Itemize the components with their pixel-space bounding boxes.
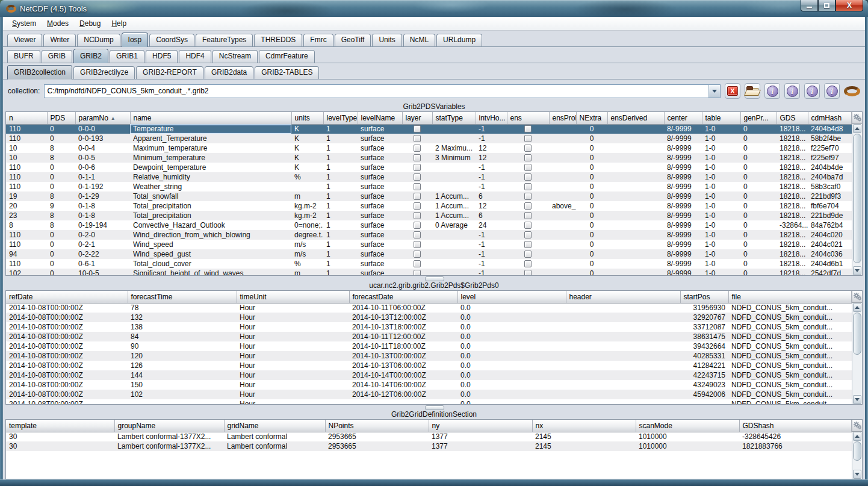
menu-item-debug[interactable]: Debug — [74, 17, 106, 30]
column-header-gds[interactable]: GDS — [777, 112, 808, 124]
column-header-layer[interactable]: layer — [402, 112, 432, 124]
table-row[interactable]: 2380-1-8Total_precipitationkg.m-21surfac… — [6, 211, 852, 220]
table-row[interactable]: 11000-0-6Dewpoint_temperatureK1surface-1… — [6, 163, 852, 172]
column-header-header[interactable]: header — [566, 291, 680, 303]
column-header-cdmhash[interactable]: cdmHash — [808, 112, 852, 124]
column-header-gdshash[interactable]: GDShash — [739, 420, 852, 432]
column-header-level[interactable]: level — [457, 291, 566, 303]
tab-viewer[interactable]: Viewer — [7, 34, 42, 46]
checkbox[interactable] — [524, 135, 532, 142]
column-header-n[interactable]: n — [6, 112, 47, 124]
tab-cdmrfeature[interactable]: CdmrFeature — [259, 50, 315, 63]
table-row[interactable]: 2014-10-08T00:00:00Z90Hour2014-10-11T18:… — [6, 341, 852, 351]
table-row[interactable]: 2014-10-08T00:00:00Z120Hour2014-10-13T00… — [6, 351, 852, 361]
tab-grib[interactable]: GRIB — [42, 50, 72, 63]
tab-grib2-tables[interactable]: GRIB2-TABLES — [255, 66, 319, 79]
column-header-scanmode[interactable]: scanMode — [636, 420, 739, 432]
title-bar[interactable]: NetCDF (4.5) Tools X — [0, 0, 868, 17]
tab-urldump[interactable]: URLdump — [436, 34, 482, 46]
column-header-name[interactable]: name — [130, 112, 291, 124]
checkbox[interactable] — [524, 202, 532, 210]
checkbox[interactable] — [524, 193, 532, 200]
table-row[interactable]: 11000-0-193Apparent_TemperatureK1surface… — [6, 134, 852, 143]
table-row[interactable]: 30Lambert conformal-1377X2...Lambert con… — [6, 432, 852, 441]
info-button-2[interactable]: i — [784, 83, 800, 99]
checkbox[interactable] — [524, 251, 532, 258]
table-row[interactable]: 11000-1-192Weather_string1surface-108/-9… — [6, 182, 852, 192]
maximize-button[interactable] — [818, 0, 835, 11]
tab-bufr[interactable]: BUFR — [7, 50, 40, 63]
column-header-genpr-[interactable]: genPr... — [740, 112, 777, 124]
checkbox[interactable] — [414, 193, 421, 200]
column-config-button[interactable] — [852, 420, 862, 432]
checkbox[interactable] — [524, 183, 532, 190]
column-header-levelname[interactable]: levelName — [358, 112, 402, 124]
close-button[interactable]: X — [835, 0, 863, 11]
tab-grib2[interactable]: GRIB2 — [73, 49, 108, 63]
info-button-3[interactable]: i — [804, 83, 820, 99]
tab-coordsys[interactable]: CoordSys — [149, 34, 194, 46]
table-row[interactable]: 11000-6-1Total_cloud_cover%1surface-108/… — [6, 259, 852, 269]
table-row[interactable]: 2014-10-08T00:00:00ZHour0.0NDFD_CONUS_5k… — [6, 399, 852, 404]
info-button-4[interactable]: i — [824, 83, 840, 99]
table-row[interactable]: 2014-10-08T00:00:00Z132Hour2014-10-13T12… — [6, 313, 852, 322]
scroll-up-button[interactable] — [853, 124, 861, 133]
checkbox[interactable] — [414, 231, 421, 238]
collection-input[interactable] — [45, 85, 708, 98]
scroll-down-button[interactable] — [853, 395, 861, 404]
column-header-ens[interactable]: ens — [507, 112, 549, 124]
tab-featuretypes[interactable]: FeatureTypes — [196, 34, 253, 46]
tab-iosp[interactable]: Iosp — [122, 33, 149, 47]
tab-hdf5[interactable]: HDF5 — [146, 50, 178, 63]
column-header-template[interactable]: template — [6, 420, 114, 432]
checkbox[interactable] — [414, 222, 421, 229]
menu-item-help[interactable]: Help — [106, 17, 132, 30]
tab-units[interactable]: Units — [372, 34, 401, 46]
column-header-intvho-[interactable]: intvHo... — [476, 112, 507, 124]
table-row[interactable]: 1080-0-4Maximum_temperatureK1surface2 Ma… — [6, 143, 852, 153]
collection-dropdown-button[interactable] — [708, 85, 720, 98]
table-row[interactable]: 2014-10-08T00:00:00Z150Hour2014-10-14T06… — [6, 380, 852, 390]
column-header-units[interactable]: units — [291, 112, 323, 124]
column-header-ensprob[interactable]: ensProb — [549, 112, 576, 124]
records-scrollbar[interactable] — [852, 303, 862, 404]
table-row[interactable]: 9400-2-22Wind_speed_gustm/s1surface-108/… — [6, 249, 852, 259]
scrollbar-thumb[interactable] — [853, 313, 861, 355]
checkbox[interactable] — [414, 270, 421, 275]
tab-grib2data[interactable]: GRIB2data — [205, 66, 253, 79]
checkbox[interactable] — [524, 164, 532, 171]
pds-scrollbar[interactable] — [852, 124, 862, 275]
table-row[interactable]: 1080-0-5Minimum_temperatureK1surface3 Mi… — [6, 153, 852, 163]
scroll-up-button[interactable] — [853, 303, 861, 312]
checkbox[interactable] — [524, 173, 532, 181]
checkbox[interactable] — [524, 241, 532, 248]
column-header-stattype[interactable]: statType — [432, 112, 476, 124]
tab-grib2-report[interactable]: GRIB2-REPORT — [136, 66, 203, 79]
column-header-table[interactable]: table — [702, 112, 740, 124]
tab-geotiff[interactable]: GeoTiff — [335, 34, 371, 46]
tab-grib1[interactable]: GRIB1 — [110, 50, 144, 63]
checkbox[interactable] — [414, 260, 421, 267]
info-button-1[interactable]: i — [764, 83, 780, 99]
table-row[interactable]: 2014-10-08T00:00:00Z102Hour2014-10-12T06… — [6, 390, 852, 399]
table-row[interactable]: 2014-10-08T00:00:00Z84Hour2014-10-11T12:… — [6, 332, 852, 341]
column-header-pds[interactable]: PDS — [47, 112, 75, 124]
splitter[interactable] — [3, 276, 865, 281]
column-header-file[interactable]: file — [728, 291, 852, 303]
open-folder-button[interactable] — [745, 83, 760, 99]
checkbox[interactable] — [414, 202, 421, 210]
checkbox[interactable] — [524, 145, 532, 152]
checkbox[interactable] — [524, 212, 532, 219]
tab-grib2rectilyze[interactable]: GRIB2rectilyze — [73, 66, 135, 79]
column-header-gridname[interactable]: gridName — [224, 420, 325, 432]
table-row[interactable]: 2014-10-08T00:00:00Z78Hour2014-10-11T06:… — [6, 303, 852, 313]
scrollbar-thumb[interactable] — [853, 134, 861, 263]
gds-scrollbar[interactable] — [852, 432, 862, 479]
column-header-refdate[interactable]: refDate — [6, 291, 128, 303]
tab-hdf4[interactable]: HDF4 — [179, 50, 211, 63]
column-header-ny[interactable]: ny — [429, 420, 532, 432]
menu-item-system[interactable]: System — [7, 17, 42, 30]
column-header-npoints[interactable]: NPoints — [325, 420, 429, 432]
checkbox[interactable] — [414, 135, 421, 142]
table-row[interactable]: 880-19-194Convective_Hazard_Outlook0=non… — [6, 220, 852, 230]
